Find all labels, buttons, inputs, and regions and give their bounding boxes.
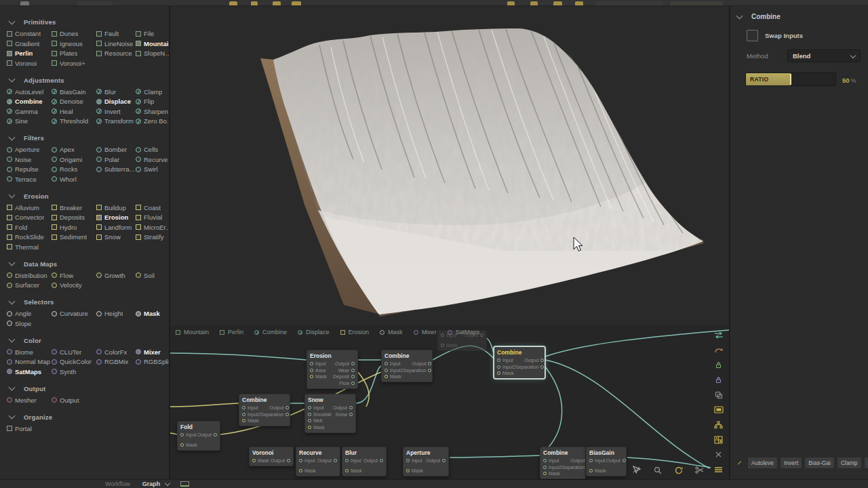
port-socket[interactable]: [428, 362, 431, 365]
lib-item-thermal[interactable]: Thermal: [7, 243, 52, 251]
port-socket[interactable]: [308, 413, 311, 416]
fit-view-icon[interactable]: [20, 1, 29, 6]
output-port-output[interactable]: Output: [333, 405, 353, 410]
lib-item-snow[interactable]: Snow: [96, 233, 136, 241]
lib-item-satmaps[interactable]: SatMaps: [7, 368, 52, 375]
port-socket[interactable]: [349, 406, 353, 409]
node-combine[interactable]: CombineInputInput2MaskOutputSeparation: [239, 394, 290, 426]
section-header-organize[interactable]: Organize: [9, 413, 169, 421]
display-icon[interactable]: [553, 1, 562, 6]
lib-item-portal[interactable]: Portal: [7, 425, 52, 432]
port-socket[interactable]: [285, 406, 289, 409]
lib-item-voronoi[interactable]: Voronoi+: [52, 60, 96, 67]
output-port-separation[interactable]: Separation: [403, 368, 431, 373]
input-port-area[interactable]: Area: [310, 368, 327, 373]
lib-item-whorl[interactable]: Whorl: [52, 176, 96, 183]
lib-item-fluvial[interactable]: Fluvial: [136, 214, 170, 221]
frame-icon[interactable]: [292, 1, 301, 6]
window-icon[interactable]: [180, 481, 189, 487]
section-header-selectors[interactable]: Selectors: [9, 298, 169, 306]
lib-item-erosion[interactable]: Erosion: [96, 214, 136, 221]
port-socket[interactable]: [308, 419, 311, 422]
port-socket[interactable]: [334, 459, 337, 462]
lib-item-mask[interactable]: Mask: [136, 310, 170, 317]
input-port-mask[interactable]: Mask: [310, 374, 327, 379]
lib-item-repulse[interactable]: Repulse: [7, 165, 52, 173]
section-header-erosion[interactable]: Erosion: [9, 192, 169, 200]
graph-tab-perlin[interactable]: Perlin: [220, 329, 243, 336]
viewport-3d[interactable]: [170, 6, 729, 325]
input-port-mask[interactable]: Mask: [384, 374, 403, 379]
input-port-input[interactable]: Input: [299, 458, 316, 463]
lib-item-fold[interactable]: Fold: [7, 224, 52, 231]
input-port-input[interactable]: Input: [406, 458, 423, 463]
output-port-deposit[interactable]: Deposit: [333, 374, 355, 379]
lib-item-noise[interactable]: Noise: [7, 156, 52, 163]
lib-item-distribution[interactable]: Distribution: [7, 272, 52, 279]
output-port-flow[interactable]: Flow: [333, 381, 355, 386]
input-port-input[interactable]: Input: [543, 458, 561, 463]
port-socket[interactable]: [310, 375, 313, 378]
bolt-icon[interactable]: [251, 1, 258, 6]
lib-item-landform[interactable]: Landform: [96, 224, 136, 231]
lib-item-breaker[interactable]: Breaker: [52, 204, 96, 211]
light-icon[interactable]: [530, 1, 538, 6]
lib-item-quickcolor[interactable]: QuickColor: [52, 358, 96, 365]
graph-tab-mask[interactable]: Mask: [380, 329, 403, 336]
input-port-input[interactable]: Input: [242, 405, 260, 410]
input-port-mask[interactable]: Mask: [252, 458, 269, 463]
port-socket[interactable]: [351, 375, 355, 378]
input-port-mask[interactable]: Mask: [497, 371, 515, 375]
port-socket[interactable]: [349, 413, 353, 416]
input-port-input[interactable]: Input: [310, 361, 327, 366]
lib-item-normal-map[interactable]: Normal Map: [7, 358, 52, 365]
lib-item-gradient[interactable]: Gradient: [7, 40, 52, 47]
port-socket[interactable]: [299, 459, 302, 462]
lib-item-biome[interactable]: Biome: [7, 348, 52, 356]
port-socket[interactable]: [351, 369, 355, 372]
swap-connections-icon[interactable]: [713, 331, 724, 340]
lib-item-dunes[interactable]: Dunes: [52, 30, 96, 37]
section-header-primitives[interactable]: Primitives: [9, 18, 169, 26]
lib-item-sharpen[interactable]: Sharpen: [136, 108, 170, 115]
input-port-input2[interactable]: Input2: [384, 368, 403, 373]
lib-item-subterrace[interactable]: Subterrace: [96, 165, 136, 173]
lib-item-soil[interactable]: Soil: [136, 272, 170, 279]
port-socket[interactable]: [345, 459, 349, 462]
ratio-slider[interactable]: RATIO: [745, 73, 836, 86]
lib-item-stratify[interactable]: Stratify: [136, 233, 170, 241]
input-port-mask[interactable]: Mask: [180, 443, 197, 447]
port-socket[interactable]: [441, 344, 444, 347]
zoom-tool-icon[interactable]: [652, 466, 663, 474]
port-socket[interactable]: [497, 365, 500, 369]
port-socket[interactable]: [285, 413, 289, 416]
history-icon[interactable]: [507, 1, 515, 6]
port-socket[interactable]: [310, 369, 313, 372]
lib-item-combine[interactable]: Combine: [7, 98, 52, 105]
lib-item-growth[interactable]: Growth: [96, 272, 136, 279]
node-voronoi[interactable]: VoronoiMaskOutput: [249, 447, 294, 466]
port-socket[interactable]: [242, 413, 245, 416]
lib-item-deposits[interactable]: Deposits: [52, 214, 96, 221]
node-biasgain[interactable]: BiasGainInputMaskOutput: [586, 447, 627, 476]
lib-item-mesher[interactable]: Mesher: [7, 396, 52, 404]
input-port-mask[interactable]: Mask: [242, 418, 260, 423]
input-port-input[interactable]: Input: [384, 361, 403, 366]
output-port-output[interactable]: Output: [606, 458, 626, 463]
swap-inputs-checkbox[interactable]: [747, 30, 758, 41]
quickbar-button-mx[interactable]: MX: [864, 457, 868, 469]
port-socket[interactable]: [480, 333, 484, 337]
input-port-input[interactable]: Input: [180, 432, 197, 437]
lib-item-polar[interactable]: Polar: [96, 156, 136, 163]
lib-item-rocks[interactable]: Rocks: [52, 165, 96, 173]
input-port-mask[interactable]: Mask: [589, 468, 606, 473]
node-graph[interactable]: MountainPerlinCombineDisplaceErosionMask…: [170, 325, 729, 480]
lib-item-apex[interactable]: Apex: [52, 146, 96, 153]
lib-item-angle[interactable]: Angle: [7, 310, 52, 317]
port-socket[interactable]: [351, 362, 355, 365]
lib-item-displace[interactable]: Displace: [96, 98, 136, 105]
lib-item-colorfx[interactable]: ColorFx: [96, 348, 136, 356]
output-port-output[interactable]: Output: [515, 358, 544, 363]
lib-item-height[interactable]: Height: [96, 310, 136, 317]
lib-item-output[interactable]: Output: [52, 396, 96, 404]
